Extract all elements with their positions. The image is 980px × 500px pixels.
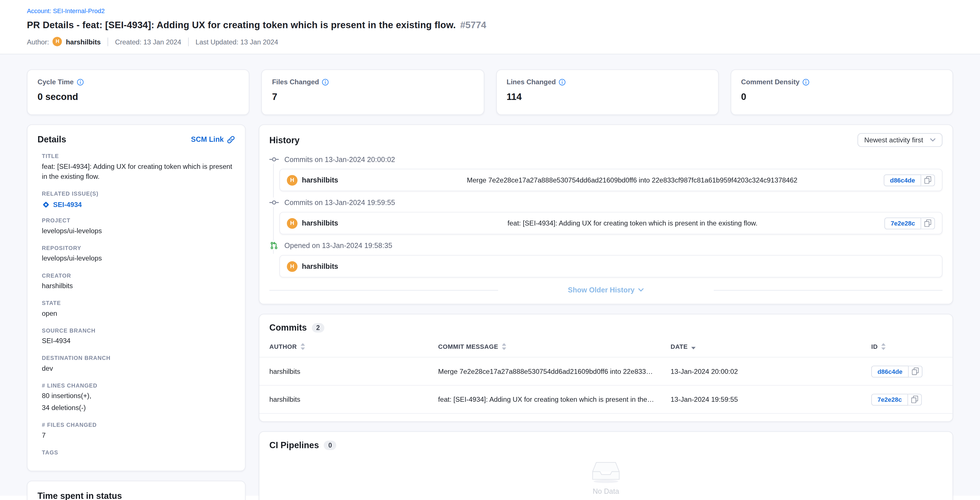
field-label: STATE [42,300,235,306]
commit-message-cell: Merge 7e2e28ce17a27a888e530754dd6ad21609… [438,368,671,375]
metric-label: Comment Density [741,78,942,85]
history-entry: H harshilbits Merge 7e2e28ce17a27a888e53… [279,169,942,191]
field-files-changed: # FILES CHANGED 7 [38,422,235,441]
metric-label-text: Comment Density [741,78,800,85]
copy-icon[interactable] [921,174,935,186]
history-group-commit-1: Commits on 13-Jan-2024 20:00:02 H harshi… [269,154,942,191]
history-group-label: Commits on 13-Jan-2024 20:00:02 [285,155,395,162]
field-label: RELATED ISSUE(S) [42,191,235,197]
entry-user: H harshilbits [287,261,381,271]
metric-label: Cycle Time [38,78,239,85]
commit-table-row: harshilbits feat: [SEI-4934]: Adding UX … [259,385,952,414]
field-value: levelops/ui-levelops [42,226,235,236]
field-label: TAGS [42,450,235,456]
history-group-label: Commits on 13-Jan-2024 19:59:55 [285,199,395,206]
history-group-label: Opened on 13-Jan-2024 19:58:35 [285,242,392,249]
metric-value: 114 [506,91,708,102]
info-icon[interactable] [803,78,810,85]
metric-label: Files Changed [272,78,473,85]
pr-number: #5774 [460,19,486,30]
history-timeline: Commits on 13-Jan-2024 20:00:02 H harshi… [269,154,942,294]
link-icon [227,135,235,143]
column-header-id[interactable]: ID [871,343,942,350]
commit-hash-badge[interactable]: d86c4de [884,174,921,186]
user-avatar: H [287,175,298,185]
commit-hash-badge[interactable]: d86c4de [871,365,909,377]
info-icon[interactable] [322,78,329,85]
metric-card-lines-changed: Lines Changed 114 [496,70,719,115]
column-label: COMMIT MESSAGE [438,343,498,350]
show-older-label: Show Older History [568,286,635,293]
commits-panel: Commits 2 AUTHOR COMMIT MESSAGE [259,314,953,422]
created-date: Created: 13 Jan 2024 [115,38,181,45]
commits-table-header: AUTHOR COMMIT MESSAGE DATE ID [259,336,952,357]
commit-hash-group: d86c4de [884,174,935,186]
commit-hash-badge[interactable]: 7e2e28c [871,393,908,406]
history-sort-dropdown[interactable]: Newest activity first [857,133,942,147]
field-label: # LINES CHANGED [42,382,235,389]
divider-line [269,290,498,290]
empty-state: No Data [269,460,942,495]
author-name: harshilbits [66,38,101,45]
scm-link[interactable]: SCM Link [191,135,235,143]
column-label: AUTHOR [269,343,297,350]
commit-author-cell: harshilbits [269,368,438,375]
metric-label: Lines Changed [506,78,708,85]
entry-user: H harshilbits [287,218,381,228]
field-source-branch: SOURCE BRANCH SEI-4934 [38,327,235,346]
field-title: TITLE feat: [SEI-4934]: Adding UX for cr… [38,153,235,182]
time-spent-panel: Time spent in status MERGE TIME 0 second… [27,481,245,500]
commit-date-cell: 13-Jan-2024 20:00:02 [670,368,871,375]
field-value: 80 insertions(+), [42,391,235,401]
ci-pipelines-panel: CI Pipelines 0 No Data [259,432,953,500]
details-panel: Details SCM Link TITLE feat: [SEI-4934]:… [27,124,245,471]
metric-card-comment-density: Comment Density 0 [730,70,953,115]
field-lines-changed: # LINES CHANGED 80 insertions(+), 34 del… [38,382,235,413]
history-group-opened: Opened on 13-Jan-2024 19:58:35 H harshil… [269,240,942,278]
commit-id-cell: 7e2e28c [871,393,942,406]
no-data-label: No Data [593,487,619,495]
pr-details-page: Account: SEI-Internal-Prod2 PR Details -… [0,0,980,500]
details-title: Details [38,134,66,144]
field-repository: REPOSITORY levelops/ui-levelops [38,245,235,264]
copy-icon[interactable] [909,365,923,377]
column-header-author[interactable]: AUTHOR [269,343,438,350]
user-avatar: H [287,218,298,228]
field-value: 34 deletions(-) [42,403,235,414]
commit-id-cell: d86c4de [871,365,942,377]
commit-message: Merge 7e2e28ce17a27a888e530754dd6ad21609… [381,176,884,184]
field-value: open [42,309,235,318]
column-label: DATE [670,343,687,350]
column-header-date[interactable]: DATE [670,343,871,350]
entry-user: H harshilbits [287,175,381,185]
metrics-row: Cycle Time 0 second Files Changed 7 Line… [27,70,953,115]
field-destination-branch: DESTINATION BRANCH dev [38,355,235,374]
field-value: levelops/ui-levelops [42,254,235,264]
show-older-history-button[interactable]: Show Older History [568,286,644,293]
copy-icon[interactable] [921,217,935,229]
user-avatar: H [287,261,298,271]
pr-meta-row: Author: H harshilbits Created: 13 Jan 20… [27,37,953,54]
info-icon[interactable] [559,78,566,85]
issue-diamond-icon [42,201,50,209]
divider-line [714,290,943,290]
column-header-commit-message[interactable]: COMMIT MESSAGE [438,343,671,350]
author-meta: Author: H harshilbits [27,37,100,46]
column-label: ID [871,343,878,350]
copy-icon[interactable] [908,393,922,406]
metric-value: 0 [741,91,942,102]
sort-icon [301,343,305,350]
field-label: REPOSITORY [42,245,235,251]
related-issue-link[interactable]: SEI-4934 [42,201,235,209]
commit-author-cell: harshilbits [269,395,438,403]
account-breadcrumb-link[interactable]: Account: SEI-Internal-Prod2 [27,7,105,14]
page-title: PR Details - feat: [SEI-4934]: Adding UX… [27,19,455,30]
metric-card-files-changed: Files Changed 7 [261,70,484,115]
info-icon[interactable] [77,78,84,85]
user-name: harshilbits [302,176,338,184]
commit-hash-badge[interactable]: 7e2e28c [885,217,921,229]
time-spent-title: Time spent in status [38,491,235,500]
issue-key: SEI-4934 [53,201,82,208]
field-label: SOURCE BRANCH [42,327,235,333]
metric-card-cycle-time: Cycle Time 0 second [27,70,250,115]
